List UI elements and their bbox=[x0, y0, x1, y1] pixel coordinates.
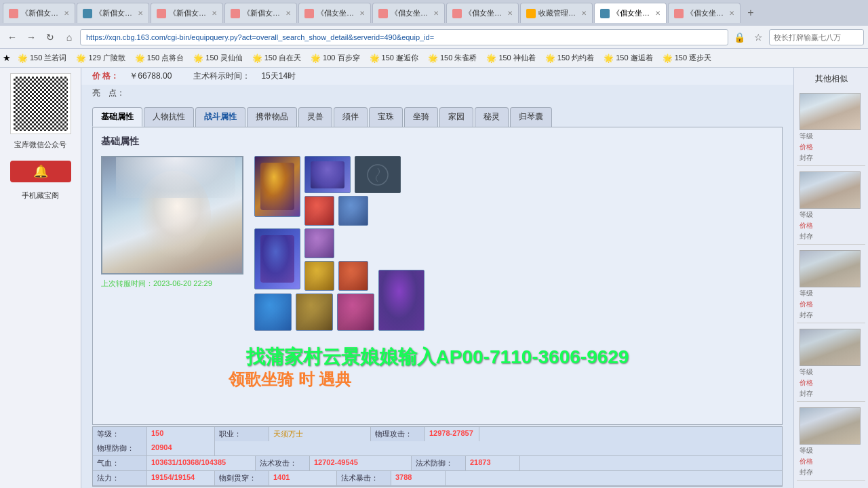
equip-slot-sm-4[interactable] bbox=[304, 261, 334, 291]
nav-tab-resist[interactable]: 人物抗性 bbox=[144, 107, 194, 127]
nav-tab-pet[interactable]: 灵兽 bbox=[298, 107, 332, 127]
bookmark-favicon-3: 🌟 bbox=[193, 54, 203, 63]
bookmark-5[interactable]: 🌟 100 百步穿 bbox=[307, 52, 363, 64]
bookmark-label-5: 100 百步穿 bbox=[323, 53, 359, 63]
bookmark-8[interactable]: 🌟 150 神仙着 bbox=[482, 52, 539, 64]
sidebar-avatar-4 bbox=[800, 407, 861, 445]
forward-button[interactable]: → bbox=[23, 29, 39, 45]
bookmark-label-0: 150 兰若词 bbox=[30, 53, 66, 63]
tab-close-3[interactable]: ✕ bbox=[212, 9, 217, 17]
nav-tab-companion[interactable]: 须伴 bbox=[334, 107, 368, 127]
sidebar-avatar-1 bbox=[800, 171, 861, 209]
price-label: 价 格： bbox=[92, 70, 119, 82]
tab-label-8: 收藏管理… bbox=[538, 8, 576, 18]
sidebar-card-4[interactable]: 等级 价格 封存 bbox=[797, 405, 865, 481]
home-button[interactable]: ⌂ bbox=[61, 29, 77, 45]
nav-tab-combat[interactable]: 战斗属性 bbox=[195, 107, 245, 127]
tab-close-2[interactable]: ✕ bbox=[138, 9, 143, 17]
tab-close-10[interactable]: ✕ bbox=[729, 9, 734, 17]
tab-close-5[interactable]: ✕ bbox=[359, 9, 365, 17]
tab-label-10: 《倡女坐… bbox=[686, 8, 724, 18]
bookmark-1[interactable]: 🌟 129 广陵散 bbox=[72, 52, 129, 64]
sidebar-red-icon[interactable]: 🔔 bbox=[10, 161, 71, 182]
phone-label: 手机藏宝阁 bbox=[22, 190, 59, 201]
star-icon[interactable]: ☆ bbox=[750, 29, 766, 45]
tab-close-4[interactable]: ✕ bbox=[285, 9, 291, 17]
equip-slot-sm-3[interactable] bbox=[304, 228, 334, 258]
tab-10[interactable]: 《倡女坐… ✕ bbox=[668, 3, 741, 23]
bookmark-9[interactable]: 🌟 150 灼约着 bbox=[541, 52, 598, 64]
tab-label-7: 《倡女坐… bbox=[465, 8, 502, 18]
equip-slot-bottom-4[interactable] bbox=[378, 270, 425, 331]
tab-favicon-2 bbox=[83, 9, 92, 18]
bookmark-icon-main: ★ bbox=[3, 53, 11, 63]
reload-button[interactable]: ↻ bbox=[42, 29, 58, 45]
equip-slot-bottom-2[interactable] bbox=[296, 293, 333, 331]
equip-slot-bottom-1[interactable] bbox=[254, 293, 292, 331]
bookmark-11[interactable]: 🌟 150 逐步天 bbox=[658, 52, 715, 64]
bookmark-favicon-0: 🌟 bbox=[18, 54, 28, 63]
address-input[interactable] bbox=[80, 29, 728, 45]
equip-slot-sm-2[interactable] bbox=[338, 196, 368, 226]
equip-slot-sm-5[interactable] bbox=[338, 261, 368, 291]
equip-slot-main-top[interactable] bbox=[254, 156, 300, 217]
bookmark-3[interactable]: 🌟 150 灵仙仙 bbox=[189, 52, 246, 64]
search-input[interactable] bbox=[769, 29, 864, 45]
sidebar-grade-4: 等级 bbox=[800, 446, 863, 455]
nav-tab-mount[interactable]: 坐骑 bbox=[404, 107, 438, 127]
tab-5[interactable]: 《倡女坐… ✕ bbox=[298, 3, 371, 23]
tab-close-9[interactable]: ✕ bbox=[655, 9, 660, 17]
nav-tab-basic[interactable]: 基础属性 bbox=[92, 107, 142, 127]
magic-atk-label: 法术攻击： bbox=[256, 456, 310, 470]
tab-bar: 《新倡女… ✕ 《新倡女… ✕ 《新倡女… ✕ 《新倡女… ✕ 《倡女坐… ✕ … bbox=[0, 0, 868, 26]
hp-label: 气血： bbox=[93, 456, 147, 470]
tab-3[interactable]: 《新倡女… ✕ bbox=[151, 3, 223, 23]
bookmark-7[interactable]: 🌟 150 朱雀桥 bbox=[424, 52, 481, 64]
tab-7[interactable]: 《倡女坐… ✕ bbox=[446, 3, 519, 23]
sidebar-card-0[interactable]: 等级 价格 封存 bbox=[797, 90, 865, 166]
tab-2[interactable]: 《新倡女… ✕ bbox=[77, 3, 149, 23]
sidebar-avatar-0 bbox=[800, 93, 861, 130]
nav-tab-spirit[interactable]: 秘灵 bbox=[475, 107, 509, 127]
tab-close-6[interactable]: ✕ bbox=[433, 9, 439, 17]
magic-pen-value: 3788 bbox=[391, 471, 446, 485]
bookmark-10[interactable]: 🌟 150 邂逅着 bbox=[599, 52, 656, 64]
tab-6[interactable]: 《倡女坐… ✕ bbox=[372, 3, 445, 23]
bookmark-label-4: 150 自在天 bbox=[264, 53, 301, 63]
mp-label: 法力： bbox=[93, 471, 147, 485]
tab-8[interactable]: 收藏管理… ✕ bbox=[520, 3, 593, 23]
bookmark-6[interactable]: 🌟 150 邂逅你 bbox=[366, 52, 422, 64]
equip-slot-right-top[interactable] bbox=[304, 156, 351, 193]
tab-close-8[interactable]: ✕ bbox=[581, 9, 587, 17]
tab-9[interactable]: 《倡女坐… ✕ bbox=[594, 3, 667, 23]
bookmark-0[interactable]: 🌟 150 兰若词 bbox=[14, 52, 71, 64]
tab-close-1[interactable]: ✕ bbox=[64, 9, 69, 17]
sidebar-frozen-2: 封存 bbox=[800, 310, 863, 320]
equip-slot-main-char[interactable] bbox=[254, 228, 300, 289]
equip-slot-bottom-3[interactable] bbox=[337, 293, 374, 331]
highlight-label: 亮 点： bbox=[92, 88, 125, 98]
back-button[interactable]: ← bbox=[4, 29, 20, 45]
sidebar-grade-3: 等级 bbox=[800, 367, 863, 377]
nav-tab-items[interactable]: 携带物品 bbox=[247, 107, 297, 127]
top-info-row: 价 格： ￥66788.00 主术科示时间： 15天14时 bbox=[92, 70, 783, 82]
sidebar-frozen-3: 封存 bbox=[800, 389, 863, 399]
phys-pen-label: 物刺贯穿： bbox=[215, 471, 269, 485]
nav-tab-gem[interactable]: 宝珠 bbox=[369, 107, 403, 127]
tab-close-7[interactable]: ✕ bbox=[507, 9, 513, 17]
tab-1[interactable]: 《新倡女… ✕ bbox=[3, 3, 75, 23]
content-area: 价 格： ￥66788.00 主术科示时间： 15天14时 亮 点： 基础属性 … bbox=[81, 68, 793, 488]
equip-slot-top-right[interactable] bbox=[355, 156, 401, 193]
bookmark-2[interactable]: 🌟 150 点将台 bbox=[131, 52, 188, 64]
equip-slot-sm-1[interactable] bbox=[304, 196, 334, 226]
sidebar-card-1[interactable]: 等级 价格 封存 bbox=[797, 169, 865, 245]
sidebar-card-3[interactable]: 等级 价格 封存 bbox=[797, 326, 865, 402]
bookmark-favicon-7: 🌟 bbox=[428, 54, 438, 63]
nav-tab-bag[interactable]: 归琴囊 bbox=[510, 107, 552, 127]
tab-4[interactable]: 《新倡女… ✕ bbox=[224, 3, 297, 23]
tab-add-button[interactable]: + bbox=[742, 4, 760, 22]
nav-tab-home[interactable]: 家园 bbox=[439, 107, 473, 127]
sidebar-icon-label: 🔔 bbox=[33, 164, 48, 179]
bookmark-4[interactable]: 🌟 150 自在天 bbox=[248, 52, 305, 64]
sidebar-card-2[interactable]: 等级 价格 封存 bbox=[797, 247, 865, 323]
